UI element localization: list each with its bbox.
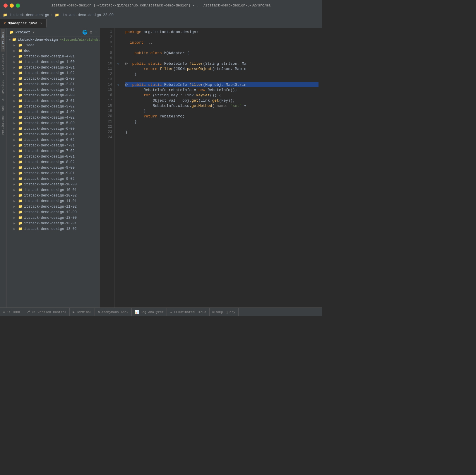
line-number: 9 [104,56,112,61]
list-item[interactable]: ▶ 📁 itstack-demo-design-8-01 [6,154,100,159]
sidebar-item-project[interactable]: 1: Project [1,29,5,52]
globe-icon[interactable]: 🌐 [82,30,87,35]
list-item[interactable]: ▶ 📁 itstack-demo-design-10-02 [6,193,100,198]
folder-icon: 📁 [18,127,23,131]
tab-mqadapter[interactable]: C MQAdapter.java ✕ [0,19,47,28]
list-item[interactable]: ▶ 📁 itstack-demo-design-3-01 [6,98,100,104]
folder-icon: 📁 [18,65,23,70]
status-todo[interactable]: ≡ 6: TODO [0,308,23,316]
sidebar-dropdown-icon[interactable]: ▼ [32,31,35,34]
sidebar-item-persistence[interactable]: Persistence [1,113,5,137]
code-line [125,124,319,129]
list-item[interactable]: ▶ 📁 itstack-demo-desgin-4-01 [6,54,100,59]
list-item[interactable]: ▶ 📁 itstack-demo-design-9-01 [6,170,100,176]
list-item[interactable]: ▶ 📁 itstack-demo-design-8-02 [6,159,100,165]
list-item[interactable]: ▶ 📁 itstack-demo-design-1-00 [6,59,100,65]
maximize-button[interactable] [16,4,20,8]
folder-icon: 📁 [18,199,23,203]
code-line: package org.itstack.demo.design; [125,29,319,35]
folder-icon: 📁 [18,177,23,181]
list-item[interactable]: ▶ 📁 itstack-demo-design-10-01 [6,187,100,193]
sidebar-item-web[interactable]: Web [1,103,5,113]
list-item[interactable]: ▶ 📁 itstack-demo-design-3-02 [6,104,100,109]
breakpoint-icon[interactable]: ◇ [117,83,119,86]
status-illuminated-cloud[interactable]: ☁ Illuminated Cloud [167,308,209,316]
todo-label: 6: TODO [6,310,20,314]
list-item[interactable]: ▶ 📁 itstack-demo-design-9-00 [6,165,100,170]
list-item[interactable]: ▶ 📁 itstack-demo-design-12-00 [6,209,100,215]
status-anonymous-apex[interactable]: A Anonymous Apex [95,308,132,316]
list-item[interactable]: ▶ 📁 itstack-demo-design-6-01 [6,131,100,137]
log-label: Log Analyzer [141,310,164,314]
breadcrumb-separator: › [51,13,53,17]
list-item[interactable]: ▶ 📁 itstack-demo-design-1-01 [6,65,100,70]
list-item[interactable]: ▶ 📁 itstack-demo-design-2-01 [6,81,100,87]
status-vcs[interactable]: ⎇ 9: Version Control [23,308,70,316]
code-line [125,35,319,40]
code-area[interactable]: 123789101112131415161718192021222324 ◇◇ … [100,28,322,307]
list-item[interactable]: ▶ 📁 itstack-demo-design-13-00 [6,215,100,221]
list-item[interactable]: ▶ 📁 itstack-demo-design-10-00 [6,182,100,187]
list-item[interactable]: ▶ 📁 itstack-demo-design-4-00 [6,109,100,115]
list-item[interactable]: ▶ 📁 itstack-demo-design-5-00 [6,120,100,126]
breakpoint-icon[interactable]: ◇ [117,62,119,65]
list-item[interactable]: ▶ 📁 itstack-demo-design-4-02 [6,115,100,120]
status-log-analyzer[interactable]: 📊 Log Analyzer [132,308,167,316]
list-item[interactable]: ▶ 📁 itstack-demo-design-9-02 [6,176,100,182]
root-path: ~/itstack/git/github.com/itsta [59,38,100,42]
line-number: 17 [104,98,112,103]
code-lines: package org.itstack.demo.design; import … [122,28,322,307]
tree-arrow-icon: ▶ [13,121,17,125]
minus-icon[interactable]: − [95,30,97,35]
code-line: } [125,119,319,124]
tree-item-label: itstack-demo-design-6-00 [24,127,75,131]
folder-icon: 📁 [18,54,23,59]
list-item[interactable]: ▶ 📁 doc [6,48,100,54]
tree-root[interactable]: ▼ 📁 itstack-demo-design ~/itstack/git/gi… [6,37,100,42]
tree-arrow-icon: ▶ [13,105,17,108]
list-item[interactable]: ▶ 📁 itstack-demo-design-3-00 [6,93,100,98]
tree-arrow-icon: ▶ [13,127,17,131]
list-item[interactable]: ▶ 📁 itstack-demo-design-2-00 [6,76,100,81]
tab-close-button[interactable]: ✕ [40,21,42,25]
breadcrumb-item-1[interactable]: itstack-demo-design [9,13,49,17]
settings-icon[interactable]: ⚙ [90,30,92,35]
list-item[interactable]: ▶ 📁 itstack-demo-design-13-02 [6,226,100,232]
tree-item-label: itstack-demo-design-2-02 [24,88,75,92]
soql-label: SOQL Query [216,310,235,314]
minimize-button[interactable] [10,4,14,8]
gutter-mark [115,50,122,56]
sidebar-item-favorites[interactable]: 2: Favorites [1,77,5,103]
list-item[interactable]: ▶ 📁 itstack-demo-design-6-02 [6,137,100,143]
code-line: @ public static RebateInfo filter(String… [125,61,319,66]
list-item[interactable]: ▶ 📁 itstack-demo-design-11-02 [6,204,100,209]
list-item[interactable]: ▶ 📁 .idea [6,42,100,48]
list-item[interactable]: ▶ 📁 itstack-demo-design-6-00 [6,126,100,131]
tree-item-label: itstack-demo-design-10-02 [24,194,77,198]
list-item[interactable]: ▶ 📁 itstack-demo-design-7-01 [6,143,100,148]
tree-item-label: itstack-demo-design-9-00 [24,166,75,170]
list-item[interactable]: ▶ 📁 itstack-demo-design-2-02 [6,87,100,93]
status-terminal[interactable]: ▶ Terminal [70,308,95,316]
java-file-icon: C [4,22,6,25]
gutter-mark [115,114,122,119]
tree-arrow-icon: ▶ [13,132,17,136]
sidebar-item-structure[interactable]: Z: Structure [1,52,5,77]
status-soql[interactable]: ⊞ SOQL Query [210,308,239,316]
list-item[interactable]: ▶ 📁 itstack-demo-design-11-01 [6,198,100,204]
breadcrumb-item-2[interactable]: itstack-demo-design-22-00 [61,13,114,17]
tree-arrow-icon: ▶ [13,149,17,153]
list-item[interactable]: ▶ 📁 itstack-demo-design-7-02 [6,148,100,154]
gutter-mark [115,71,122,77]
tree-item-label: itstack-demo-design-6-01 [24,132,75,136]
list-item[interactable]: ▶ 📁 itstack-demo-design-1-02 [6,70,100,76]
tree-item-label: itstack-demo-design-13-02 [24,227,77,231]
code-line [125,56,319,61]
folder-icon: 📁 [18,132,23,136]
line-number: 23 [104,129,112,135]
close-button[interactable] [4,4,8,8]
line-number: 20 [104,114,112,119]
apex-icon: A [98,310,100,314]
list-item[interactable]: ▶ 📁 itstack-demo-design-13-01 [6,221,100,226]
code-line [125,45,319,50]
